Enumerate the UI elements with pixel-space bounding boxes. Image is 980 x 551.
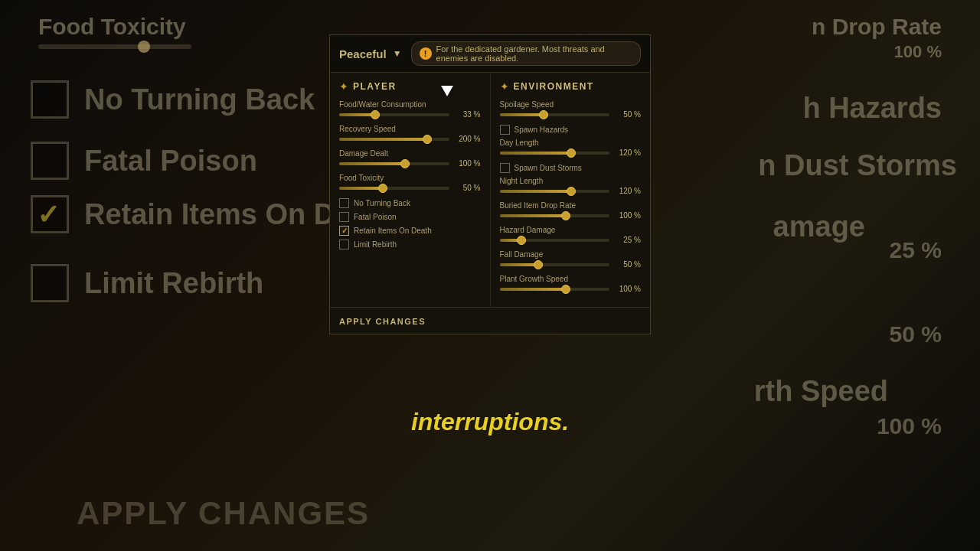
- fatal-poison-checkbox[interactable]: [339, 212, 349, 222]
- retain-items-row[interactable]: ✓ Retain Items On Death: [339, 226, 481, 236]
- night-length-fill: [500, 190, 571, 193]
- recovery-speed-thumb[interactable]: [423, 135, 432, 144]
- recovery-speed-row: Recovery Speed 200 %: [339, 125, 481, 143]
- food-water-row: Food/Water Consumption 33 %: [339, 100, 481, 119]
- plant-growth-slider-row: 100 %: [500, 285, 642, 293]
- food-water-value: 33 %: [454, 110, 481, 119]
- damage-dealt-fill: [339, 162, 405, 165]
- spoilage-speed-slider-row: 50 %: [500, 110, 642, 119]
- food-water-thumb[interactable]: [371, 110, 380, 119]
- day-length-value: 120 %: [614, 148, 641, 157]
- day-length-fill: [500, 152, 571, 155]
- fall-damage-track[interactable]: [500, 263, 610, 266]
- day-length-label: Day Length: [500, 139, 642, 147]
- hazard-damage-slider-row: 25 %: [500, 236, 642, 244]
- modal-header: Peaceful ▼ ! For the dedicated gardener.…: [330, 35, 650, 73]
- fall-damage-label: Fall Damage: [500, 250, 642, 259]
- food-water-label: Food/Water Consumption: [339, 100, 481, 109]
- recovery-speed-track[interactable]: [339, 138, 449, 141]
- bg-limit-rebirth-item: Limit Rebirth: [31, 264, 263, 302]
- retain-items-checkbox[interactable]: ✓: [339, 226, 349, 236]
- food-toxicity-value: 50 %: [454, 184, 481, 192]
- spawn-dust-storms-row[interactable]: Spawn Dust Storms: [500, 163, 642, 173]
- no-turning-back-row[interactable]: No Turning Back: [339, 198, 481, 208]
- no-turning-back-checkbox[interactable]: [339, 198, 349, 208]
- bg-damage-label: amage: [773, 210, 865, 243]
- day-length-track[interactable]: [500, 152, 610, 155]
- modal-columns: ✦ PLAYER Food/Water Consumption 33 % Rec…: [330, 73, 650, 307]
- bg-drop-rate-label: n Drop Rate: [812, 14, 942, 40]
- chevron-down-icon: ▼: [393, 48, 402, 59]
- bg-fatal-poison-checkbox: [31, 142, 69, 180]
- spoilage-speed-thumb[interactable]: [539, 110, 548, 119]
- night-length-thumb[interactable]: [567, 187, 576, 196]
- recovery-speed-fill: [339, 138, 427, 141]
- food-toxicity-track[interactable]: [339, 187, 449, 190]
- bg-limit-rebirth-checkbox: [31, 264, 69, 302]
- spawn-hazards-checkbox[interactable]: [500, 125, 510, 135]
- bg-fatal-poison-item: Fatal Poison: [31, 142, 257, 180]
- limit-rebirth-row[interactable]: Limit Rebirth: [339, 240, 481, 249]
- subtitle-text: interruptions.: [411, 408, 569, 436]
- info-description: For the dedicated gardener. Most threats…: [436, 44, 632, 63]
- plant-growth-label: Plant Growth Speed: [500, 275, 642, 283]
- food-toxicity-fill: [339, 187, 383, 190]
- night-length-track[interactable]: [500, 190, 610, 193]
- spoilage-speed-row: Spoilage Speed 50 %: [500, 100, 642, 119]
- plant-growth-fill: [500, 288, 566, 291]
- bg-food-toxicity-label: Food Toxicity: [38, 14, 186, 40]
- bg-50-percent: 50 %: [890, 321, 942, 347]
- day-length-thumb[interactable]: [567, 148, 576, 158]
- fatal-poison-row[interactable]: Fatal Poison: [339, 212, 481, 222]
- preset-label: Peaceful: [339, 47, 387, 60]
- environment-icon: ✦: [500, 80, 509, 93]
- damage-dealt-label: Damage Dealt: [339, 149, 481, 158]
- food-toxicity-thumb[interactable]: [378, 184, 387, 193]
- fall-damage-thumb[interactable]: [534, 260, 543, 269]
- day-length-row: Day Length 120 %: [500, 139, 642, 157]
- buried-item-drop-fill: [500, 214, 566, 217]
- hazard-damage-thumb[interactable]: [517, 236, 526, 245]
- preset-dropdown[interactable]: Peaceful ▼: [339, 47, 402, 60]
- food-toxicity-row: Food Toxicity 50 %: [339, 174, 481, 192]
- damage-dealt-value: 100 %: [454, 159, 481, 168]
- info-badge: ! For the dedicated gardener. Most threa…: [411, 41, 641, 66]
- player-column: ✦ PLAYER Food/Water Consumption 33 % Rec…: [330, 73, 491, 307]
- spoilage-speed-fill: [500, 113, 544, 116]
- spoilage-speed-track[interactable]: [500, 113, 610, 116]
- fatal-poison-label: Fatal Poison: [354, 213, 397, 221]
- spawn-hazards-label: Spawn Hazards: [514, 126, 569, 134]
- food-water-track[interactable]: [339, 113, 449, 116]
- plant-growth-thumb[interactable]: [561, 285, 570, 294]
- spoilage-speed-value: 50 %: [614, 110, 641, 119]
- limit-rebirth-checkbox[interactable]: [339, 240, 349, 249]
- night-length-value: 120 %: [614, 187, 641, 195]
- hazard-damage-track[interactable]: [500, 239, 610, 242]
- food-toxicity-slider-row: 50 %: [339, 184, 481, 192]
- plant-growth-row: Plant Growth Speed 100 %: [500, 275, 642, 293]
- damage-dealt-track[interactable]: [339, 162, 449, 165]
- bg-apply-changes-label: APPLY CHANGES: [77, 495, 370, 532]
- spawn-dust-storms-checkbox[interactable]: [500, 163, 510, 173]
- spawn-dust-storms-label: Spawn Dust Storms: [514, 164, 582, 172]
- bg-slider-1: [38, 44, 191, 49]
- bg-retain-items-checkbox: [31, 195, 69, 233]
- damage-dealt-thumb[interactable]: [400, 159, 410, 168]
- spawn-hazards-row[interactable]: Spawn Hazards: [500, 125, 642, 135]
- environment-section-title: ENVIRONMENT: [514, 81, 594, 92]
- bg-100-2-percent: 100 %: [877, 413, 942, 439]
- food-water-slider-row: 33 %: [339, 110, 481, 119]
- bg-no-turning-back-checkbox: [31, 80, 69, 119]
- bg-no-turning-back-label: No Turning Back: [84, 83, 315, 116]
- plant-growth-track[interactable]: [500, 288, 610, 291]
- player-icon: ✦: [339, 80, 348, 93]
- day-length-slider-row: 120 %: [500, 148, 642, 157]
- apply-changes-button[interactable]: APPLY CHANGES: [339, 317, 426, 326]
- no-turning-back-label: No Turning Back: [354, 199, 410, 207]
- night-length-label: Night Length: [500, 177, 642, 185]
- damage-dealt-slider-row: 100 %: [339, 159, 481, 168]
- buried-item-drop-track[interactable]: [500, 214, 610, 217]
- bg-25-percent: 25 %: [890, 237, 942, 263]
- buried-item-drop-thumb[interactable]: [561, 211, 570, 220]
- buried-item-drop-label: Buried Item Drop Rate: [500, 201, 642, 210]
